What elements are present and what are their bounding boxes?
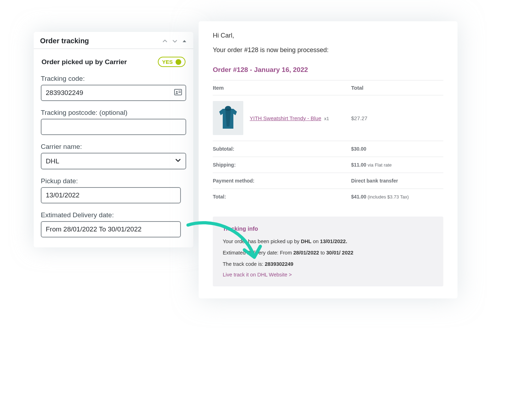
tracking-line-2: Extimated Delivery date: From 28/01/2022…	[223, 249, 433, 257]
tracking-code-input[interactable]	[45, 85, 174, 100]
payment-row: Payment method: Direct bank transfer	[213, 173, 443, 189]
tracking-code-label: Tracking code:	[41, 75, 186, 83]
pickup-date-label: Pickup date:	[41, 177, 186, 185]
toggle-panel-icon[interactable]	[182, 39, 187, 44]
t3-pre: The track code is:	[223, 261, 265, 267]
shipping-label: Shipping:	[213, 162, 351, 168]
order-heading: Order #128 - January 16, 2022	[213, 66, 443, 74]
total-label: Total:	[213, 194, 351, 200]
t2-to: 30/01/ 2022	[326, 250, 354, 256]
collapse-down-icon[interactable]	[172, 38, 178, 44]
t1-mid: on	[311, 239, 320, 244]
picked-up-label: Order picked up by Carrier	[41, 58, 127, 66]
total-sub: (includes $3.73 Tax)	[366, 194, 409, 200]
product-price: $27.27	[351, 115, 443, 121]
order-email-preview: Hi Carl, Your order #128 is now being pr…	[199, 21, 458, 298]
total-amount: $41.00	[351, 194, 366, 200]
t2-pre: Extimated Delivery date: From	[223, 250, 293, 256]
product-thumbnail	[213, 101, 243, 135]
carrier-select[interactable]: DHL	[41, 153, 186, 169]
order-tracking-panel: Order tracking Order picked up by Carrie…	[34, 32, 193, 247]
total-value: $41.00 (includes $3.73 Tax)	[351, 194, 443, 200]
estimated-delivery-input[interactable]	[41, 221, 181, 237]
tracking-postcode-input[interactable]	[41, 119, 186, 135]
tracking-info-title: Tracking info	[223, 226, 433, 232]
tracking-info-box: Tracking info Your order has been picked…	[213, 217, 443, 286]
t1-carrier: DHL	[301, 239, 311, 244]
contact-card-icon	[174, 89, 182, 97]
tracking-postcode-label: Tracking postcode: (optional)	[41, 109, 186, 117]
tracking-code-input-wrap[interactable]	[41, 85, 186, 101]
shipping-value: $11.00 via Flat rate	[351, 162, 443, 168]
svg-point-1	[176, 91, 177, 93]
product-qty: x1	[324, 116, 329, 121]
chevron-down-icon	[175, 157, 181, 165]
t2-from: 28/01/2022	[293, 250, 319, 256]
tracking-line-3: The track code is: 2839302249	[223, 260, 433, 268]
total-row: Total: $41.00 (includes $3.73 Tax)	[213, 189, 443, 204]
shipping-row: Shipping: $11.00 via Flat rate	[213, 157, 443, 173]
email-greeting: Hi Carl,	[213, 32, 443, 39]
collapse-up-icon[interactable]	[162, 38, 168, 44]
subtotal-row: Subtotal: $30.00	[213, 141, 443, 157]
email-intro: Your order #128 is now being processed:	[213, 46, 443, 54]
estimated-delivery-label: Extimated Delivery date:	[41, 211, 186, 219]
t1-date: 13/01/2022.	[320, 239, 347, 244]
toggle-text: YES	[162, 59, 173, 65]
carrier-select-value: DHL	[46, 157, 59, 165]
subtotal-label: Subtotal:	[213, 146, 351, 152]
table-row: YITH Sweatshirt Trendy - Blue x1 $27.27	[213, 95, 443, 141]
shipping-amount: $11.00	[351, 162, 366, 168]
t1-pre: Your order has been picked up by	[223, 239, 301, 244]
shipping-sub: via Flat rate	[366, 162, 392, 168]
th-item: Item	[213, 85, 224, 91]
subtotal-value: $30.00	[351, 146, 443, 152]
panel-title: Order tracking	[40, 37, 89, 45]
t2-mid: to	[319, 250, 326, 256]
product-link[interactable]: YITH Sweatshirt Trendy - Blue	[250, 115, 321, 121]
carrier-name-label: Carrier name:	[41, 143, 186, 151]
panel-header-controls	[162, 38, 187, 44]
picked-up-row: Order picked up by Carrier YES	[41, 53, 186, 75]
items-table-header: Item Total	[213, 80, 443, 95]
t3-code: 2839302249	[265, 261, 293, 267]
panel-header: Order tracking	[34, 32, 193, 49]
payment-value: Direct bank transfer	[351, 178, 443, 184]
live-track-link[interactable]: Live track it on DHL Website >	[223, 272, 292, 278]
toggle-dot-icon	[176, 59, 181, 65]
tracking-line-1: Your order has been picked up by DHL on …	[223, 238, 433, 246]
payment-label: Payment method:	[213, 178, 351, 184]
pickup-date-input[interactable]	[41, 187, 181, 203]
picked-up-toggle[interactable]: YES	[158, 57, 185, 67]
th-total: Total	[351, 85, 443, 91]
